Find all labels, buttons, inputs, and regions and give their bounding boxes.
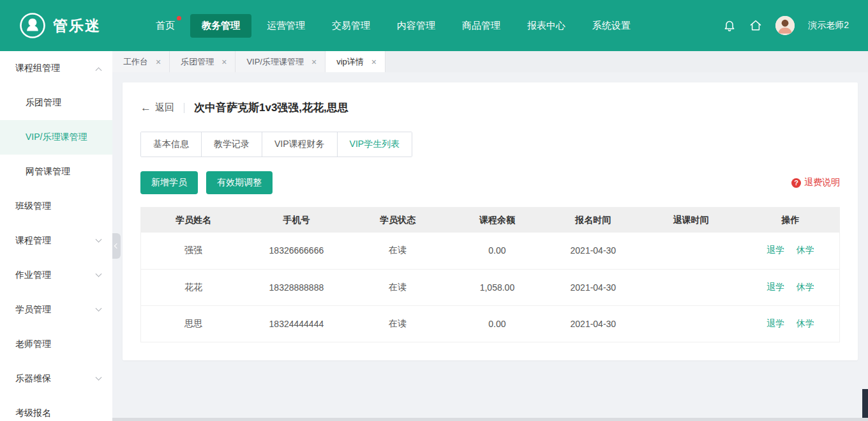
help-icon: ?	[791, 178, 801, 188]
tab-workbench[interactable]: 工作台 ×	[112, 51, 170, 72]
horizontal-scrollbar[interactable]	[0, 418, 868, 421]
nav-item-label: 运营管理	[267, 20, 305, 31]
cell-phone: 18328888888	[246, 269, 347, 305]
drop-out-link[interactable]: 退学	[767, 282, 784, 292]
sidebar-item-label: 课程组管理	[15, 63, 60, 74]
nav-item-operations[interactable]: 运营管理	[255, 14, 317, 38]
sidebar-item-course-groups[interactable]: 课程组管理	[0, 51, 112, 86]
back-label: 返回	[155, 102, 174, 114]
sidebar-item-exam-registration[interactable]: 考级报名	[0, 396, 112, 421]
bell-icon[interactable]	[723, 19, 736, 32]
suspend-link[interactable]: 休学	[797, 282, 814, 292]
add-student-button[interactable]: 新增学员	[140, 171, 198, 194]
user-name[interactable]: 演示老师2	[808, 20, 849, 31]
refund-note-link[interactable]: ? 退费说明	[791, 177, 840, 188]
notification-dot	[177, 16, 181, 20]
tab-label: 乐团管理	[181, 56, 214, 68]
vertical-scrollbar-thumb[interactable]	[862, 389, 868, 418]
sidebar-item-instrument-maintenance[interactable]: 乐器维保	[0, 362, 112, 396]
validity-adjust-button[interactable]: 有效期调整	[206, 171, 273, 194]
tab-vip-detail[interactable]: vip详情 ×	[326, 51, 385, 72]
tab-vip-theory-mgmt[interactable]: VIP/乐理课管理 ×	[236, 51, 326, 72]
nav-item-label: 商品管理	[462, 20, 500, 31]
tab-vip-student-list[interactable]: VIP学生列表	[338, 132, 412, 157]
tab-teaching-records[interactable]: 教学记录	[202, 132, 262, 157]
col-balance: 课程余额	[448, 208, 546, 233]
nav-item-transactions[interactable]: 交易管理	[320, 14, 382, 38]
refund-note-label: 退费说明	[804, 177, 840, 188]
tab-basic-info[interactable]: 基本信息	[141, 132, 202, 157]
sidebar-item-online-course-mgmt[interactable]: 网管课管理	[0, 155, 112, 189]
chevron-up-icon	[96, 67, 102, 73]
sidebar-item-label: 乐团管理	[26, 97, 61, 109]
nav-item-label: 系统设置	[592, 20, 631, 31]
cell-enroll-date: 2021-04-30	[546, 233, 641, 269]
sidebar-item-orchestra-mgmt[interactable]: 乐团管理	[0, 86, 112, 120]
chevron-down-icon	[96, 236, 102, 242]
tab-orchestra-mgmt[interactable]: 乐团管理 ×	[170, 51, 236, 72]
nav-item-edu-admin[interactable]: 教务管理	[190, 14, 251, 38]
sidebar-item-label: 网管课管理	[26, 166, 70, 178]
tab-label: VIP学生列表	[350, 139, 400, 149]
nav-item-products[interactable]: 商品管理	[451, 14, 512, 38]
user-avatar[interactable]	[775, 16, 795, 35]
cell-balance: 1,058.00	[448, 269, 546, 305]
cell-actions: 退学 休学	[742, 305, 839, 342]
chevron-left-icon	[114, 243, 119, 249]
nav-item-label: 内容管理	[397, 20, 435, 31]
sidebar-item-class-mgmt[interactable]: 班级管理	[0, 189, 112, 224]
chevron-down-icon	[96, 270, 102, 277]
close-icon[interactable]: ×	[311, 57, 317, 66]
sidebar-item-vip-theory-mgmt[interactable]: VIP/乐理课管理	[0, 120, 112, 155]
sidebar-item-homework-mgmt[interactable]: 作业管理	[0, 258, 112, 293]
cell-student-name: 思思	[141, 305, 246, 342]
cell-balance: 0.00	[448, 305, 546, 342]
chevron-down-icon	[96, 374, 102, 380]
drop-out-link[interactable]: 退学	[767, 245, 784, 255]
tab-label: 教学记录	[214, 139, 250, 149]
nav-item-reports[interactable]: 报表中心	[516, 14, 577, 38]
suspend-link[interactable]: 休学	[797, 245, 814, 255]
nav-item-home[interactable]: 首页	[144, 14, 186, 38]
sidebar-item-teacher-mgmt[interactable]: 老师管理	[0, 327, 112, 362]
nav-item-content[interactable]: 内容管理	[385, 14, 447, 38]
sidebar-item-label: 班级管理	[15, 201, 51, 212]
cell-enroll-date: 2021-04-30	[546, 269, 641, 305]
table-header-row: 学员姓名 手机号 学员状态 课程余额 报名时间 退课时间 操作	[141, 208, 839, 233]
sidebar: 课程组管理 乐团管理 VIP/乐理课管理 网管课管理 班级管理 课程管理 作业管…	[0, 51, 112, 421]
tab-vip-course-finance[interactable]: VIP课程财务	[262, 132, 338, 157]
back-button[interactable]: ← 返回	[140, 102, 174, 114]
sidebar-item-student-mgmt[interactable]: 学员管理	[0, 293, 112, 327]
topnav-right: 演示老师2	[723, 16, 849, 35]
cell-phone: 18324444444	[246, 305, 347, 342]
sidebar-collapse-handle[interactable]	[112, 233, 121, 259]
cell-actions: 退学 休学	[742, 269, 839, 305]
tab-label: vip详情	[336, 56, 364, 68]
tab-label: VIP/乐理课管理	[246, 56, 304, 68]
cell-status: 在读	[347, 269, 449, 305]
table-row: 花花 18328888888 在读 1,058.00 2021-04-30 退学…	[141, 269, 839, 305]
cell-quit-date	[640, 233, 742, 269]
close-icon[interactable]: ×	[156, 57, 161, 66]
cell-balance: 0.00	[448, 233, 546, 269]
detail-tabs: 基本信息 教学记录 VIP课程财务 VIP学生列表	[140, 132, 412, 157]
chevron-down-icon	[96, 305, 102, 311]
main-layout: 课程组管理 乐团管理 VIP/乐理课管理 网管课管理 班级管理 课程管理 作业管…	[0, 51, 868, 421]
sidebar-item-course-mgmt[interactable]: 课程管理	[0, 224, 112, 258]
suspend-link[interactable]: 休学	[797, 318, 814, 328]
nav-item-label: 报表中心	[527, 20, 565, 31]
logo-text: 管乐迷	[53, 16, 101, 36]
cell-phone: 18326666666	[246, 233, 347, 269]
home-icon[interactable]	[749, 19, 762, 32]
drop-out-link[interactable]: 退学	[767, 318, 784, 328]
close-icon[interactable]: ×	[371, 57, 377, 66]
cell-quit-date	[640, 269, 742, 305]
sidebar-item-label: 乐器维保	[15, 373, 51, 385]
app-logo[interactable]: 管乐迷	[19, 12, 114, 39]
back-row: ← 返回 次中音萨克斯1v3强强,花花,思思	[140, 100, 840, 115]
cell-status: 在读	[347, 305, 449, 342]
main-nav: 首页 教务管理 运营管理 交易管理 内容管理 商品管理 报表中心 系统设置	[144, 14, 642, 38]
nav-item-settings[interactable]: 系统设置	[581, 14, 642, 38]
app-root: 管乐迷 首页 教务管理 运营管理 交易管理 内容管理 商品管理 报表	[0, 0, 868, 421]
close-icon[interactable]: ×	[221, 57, 227, 66]
